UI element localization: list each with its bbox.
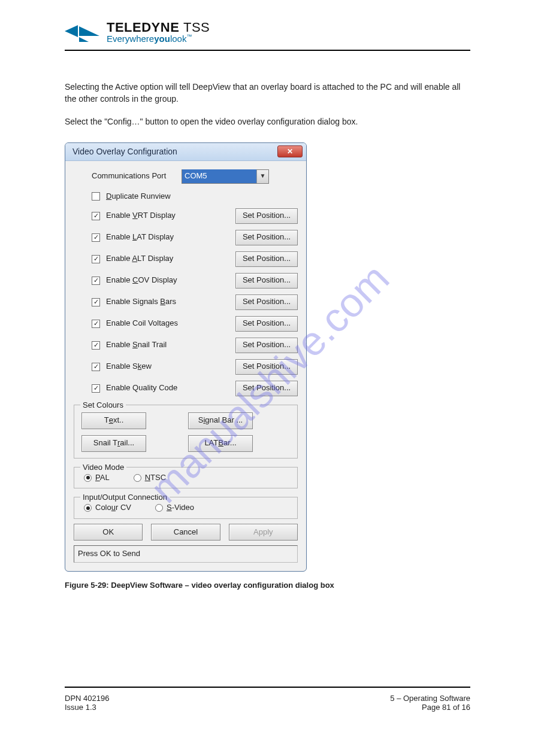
set-position-button-2[interactable]: Set Position... bbox=[235, 251, 298, 267]
enable-label-0: Enable VRT Display bbox=[106, 210, 233, 221]
colour-cv-label: Colour CV bbox=[95, 502, 131, 514]
enable-label-6: Enable Snail Trail bbox=[106, 339, 233, 351]
set-position-button-1[interactable]: Set Position... bbox=[235, 230, 298, 245]
logo-mark-icon bbox=[65, 20, 99, 43]
duplicate-runview-label: Duplicate Runview bbox=[106, 191, 298, 202]
set-position-button-8[interactable]: Set Position... bbox=[235, 381, 298, 396]
set-position-button-7[interactable]: Set Position... bbox=[235, 359, 298, 375]
figure-caption: Figure 5-29: DeepView Software – video o… bbox=[65, 580, 470, 591]
comm-port-label: Communications Port bbox=[74, 171, 182, 182]
cancel-button[interactable]: Cancel bbox=[151, 524, 220, 541]
brand-tagline: Everywhereyoulook™ bbox=[107, 34, 210, 44]
enable-checkbox-5[interactable]: ✓ bbox=[92, 320, 100, 328]
set-colours-group: Set Colours Text.. Signal Bar ... Snail … bbox=[74, 405, 298, 459]
signal-bar-colour-button[interactable]: Signal Bar ... bbox=[188, 412, 253, 429]
enable-checkbox-1[interactable]: ✓ bbox=[92, 233, 100, 242]
ok-button[interactable]: OK bbox=[74, 524, 143, 541]
svg-marker-1 bbox=[79, 26, 99, 36]
set-position-button-3[interactable]: Set Position... bbox=[235, 273, 298, 289]
pal-radio[interactable] bbox=[84, 474, 92, 482]
pal-label: PAL bbox=[95, 472, 110, 484]
set-position-button-6[interactable]: Set Position... bbox=[235, 338, 298, 353]
brand-name: TELEDYNE TSS bbox=[107, 20, 210, 34]
set-position-button-4[interactable]: Set Position... bbox=[235, 294, 298, 310]
footer-page: Page 81 of 16 bbox=[422, 703, 470, 712]
enable-checkbox-0[interactable]: ✓ bbox=[92, 212, 100, 220]
page-footer: DPN 402196 5 – Operating Software Issue … bbox=[65, 687, 470, 712]
enable-label-8: Enable Quality Code bbox=[106, 382, 233, 394]
video-mode-legend: Video Mode bbox=[80, 462, 126, 473]
enable-checkbox-2[interactable]: ✓ bbox=[92, 255, 100, 263]
close-icon: ✕ bbox=[287, 147, 293, 157]
enable-checkbox-8[interactable]: ✓ bbox=[92, 384, 100, 393]
intro-paragraph-1: Selecting the Active option will tell De… bbox=[65, 81, 470, 105]
apply-button[interactable]: Apply bbox=[229, 524, 298, 541]
io-connection-legend: Input/Output Connection bbox=[80, 492, 170, 503]
close-button[interactable]: ✕ bbox=[277, 145, 303, 157]
io-connection-group: Input/Output Connection Colour CV S-Vide… bbox=[74, 497, 298, 519]
comm-port-value: COM5 bbox=[182, 169, 256, 183]
svg-marker-0 bbox=[65, 25, 78, 37]
dialog-title: Video Overlay Configuration bbox=[72, 145, 177, 157]
video-mode-group: Video Mode PAL NTSC bbox=[74, 467, 298, 489]
colour-cv-radio[interactable] bbox=[84, 504, 92, 512]
enable-checkbox-7[interactable]: ✓ bbox=[92, 363, 100, 371]
set-position-button-5[interactable]: Set Position... bbox=[235, 316, 298, 332]
page-header: TELEDYNE TSS Everywhereyoulook™ bbox=[65, 20, 470, 51]
video-overlay-dialog: Video Overlay Configuration ✕ Communicat… bbox=[65, 142, 307, 572]
ntsc-label: NTSC bbox=[145, 472, 166, 484]
enable-checkbox-3[interactable]: ✓ bbox=[92, 277, 100, 285]
enable-label-2: Enable ALT Display bbox=[106, 253, 233, 265]
enable-label-3: Enable COV Display bbox=[106, 275, 233, 286]
enable-checkbox-4[interactable]: ✓ bbox=[92, 298, 100, 306]
footer-section: 5 – Operating Software bbox=[390, 694, 470, 703]
enable-label-5: Enable Coil Voltages bbox=[106, 318, 233, 329]
brand-logo: TELEDYNE TSS Everywhereyoulook™ bbox=[65, 20, 210, 44]
intro-paragraph-2: Select the "Config…" button to open the … bbox=[65, 116, 470, 127]
duplicate-runview-checkbox[interactable]: ✓ bbox=[92, 192, 100, 201]
svideo-radio[interactable] bbox=[155, 504, 163, 512]
text-colour-button[interactable]: Text.. bbox=[81, 412, 146, 429]
enable-label-4: Enable Signals Bars bbox=[106, 296, 233, 308]
chevron-down-icon[interactable]: ▼ bbox=[256, 170, 268, 183]
comm-port-combo[interactable]: COM5 ▼ bbox=[182, 169, 269, 184]
set-position-button-0[interactable]: Set Position... bbox=[235, 208, 298, 224]
svg-marker-2 bbox=[79, 37, 89, 42]
lat-bar-colour-button[interactable]: LAT Bar... bbox=[188, 435, 253, 452]
set-colours-legend: Set Colours bbox=[80, 400, 126, 411]
dialog-titlebar[interactable]: Video Overlay Configuration ✕ bbox=[65, 143, 306, 161]
ntsc-radio[interactable] bbox=[134, 474, 141, 482]
enable-label-7: Enable Skew bbox=[106, 361, 233, 372]
snail-trail-colour-button[interactable]: Snail Trail... bbox=[81, 435, 146, 452]
status-text: Press OK to Send bbox=[74, 545, 298, 563]
svideo-label: S-Video bbox=[167, 502, 194, 514]
footer-issue: Issue 1.3 bbox=[65, 703, 96, 712]
enable-checkbox-6[interactable]: ✓ bbox=[92, 341, 100, 350]
footer-doc-number: DPN 402196 bbox=[65, 694, 109, 703]
enable-label-1: Enable LAT Display bbox=[106, 232, 233, 243]
